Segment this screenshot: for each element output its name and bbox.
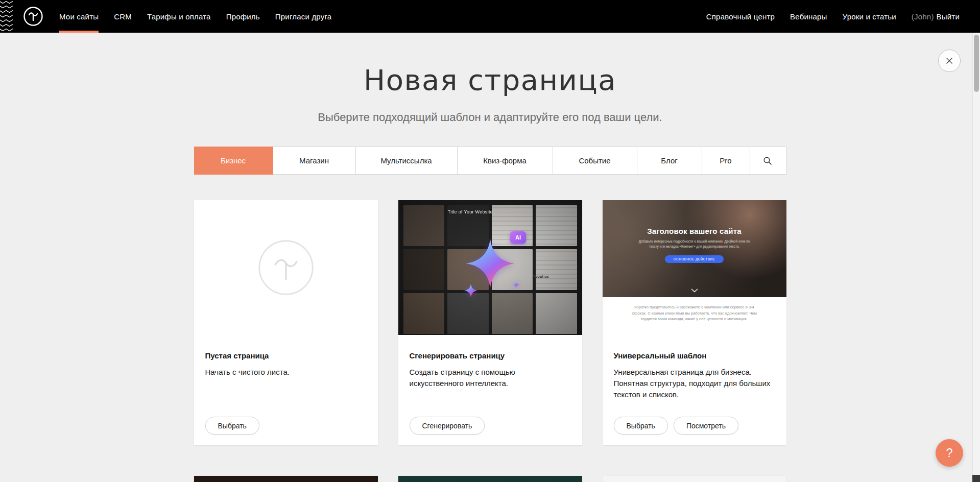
scrollbar-corner xyxy=(972,475,980,482)
user-name: (John) xyxy=(912,12,934,21)
tilda-logo-icon[interactable] xyxy=(22,6,44,27)
ai-generate-preview: Title of Your Website About us xyxy=(398,200,582,335)
template-card-partial-3[interactable] xyxy=(603,476,786,482)
scrollbar[interactable] xyxy=(972,33,980,482)
nav-logout[interactable]: (John) Выйти xyxy=(912,12,960,21)
nav-invite-friend[interactable]: Пригласи друга xyxy=(275,0,332,33)
hero-cta-button: Основное действие xyxy=(665,255,724,263)
help-button[interactable]: ? xyxy=(936,439,963,467)
top-navbar: Мои сайты CRM Тарифы и оплата Профиль Пр… xyxy=(0,0,980,33)
card-title: Универсальный шаблон xyxy=(614,351,775,360)
template-thumbnail xyxy=(194,476,378,482)
blank-page-preview xyxy=(194,200,378,335)
zigzag-pattern-decoration xyxy=(0,0,13,33)
card-universal-template: Заголовок вашего сайта Добавьте интересн… xyxy=(603,200,786,445)
choose-template-button[interactable]: Выбрать xyxy=(614,417,668,435)
card-body: Пустая страница Начать с чистого листа. … xyxy=(194,335,378,445)
tab-shop[interactable]: Магазин xyxy=(273,147,356,174)
ai-sparkle-small-icon xyxy=(464,284,477,297)
ai-sparkle-tiny-icon xyxy=(512,281,520,288)
ai-badge: AI xyxy=(510,231,526,244)
hero-heading: Заголовок вашего сайта xyxy=(647,227,742,235)
card-body: Сгенерировать страницу Создать страницу … xyxy=(398,335,582,445)
choose-blank-button[interactable]: Выбрать xyxy=(205,417,259,435)
logout-label: Выйти xyxy=(937,12,960,21)
card-description: Универсальная страница для бизнеса. Поня… xyxy=(614,367,775,400)
nav-help-center[interactable]: Справочный центр xyxy=(706,12,775,21)
template-thumbnail xyxy=(603,476,786,482)
template-card-partial-1[interactable] xyxy=(194,476,378,482)
tab-pro[interactable]: Pro xyxy=(702,147,750,174)
search-icon xyxy=(763,156,772,165)
chevron-down-icon xyxy=(691,288,698,293)
nav-lessons[interactable]: Уроки и статьи xyxy=(843,12,896,21)
page-title: Новая страница xyxy=(194,63,786,97)
tab-search[interactable] xyxy=(750,147,785,174)
tab-quiz-form[interactable]: Квиз-форма xyxy=(458,147,553,174)
template-thumbnail xyxy=(398,476,582,482)
template-body-preview: Коротко представьтесь и расскажите о ком… xyxy=(603,297,786,335)
tab-multilink[interactable]: Мультиссылка xyxy=(356,147,458,174)
template-body-text: Коротко представьтесь и расскажите о ком… xyxy=(630,304,759,335)
navbar-left-menu: Мои сайты CRM Тарифы и оплата Профиль Пр… xyxy=(59,0,331,33)
collage-title-text: Title of Your Website xyxy=(448,209,493,214)
universal-template-preview: Заголовок вашего сайта Добавьте интересн… xyxy=(603,200,786,335)
page-subtitle: Выберите подходящий шаблон и адаптируйте… xyxy=(194,111,786,124)
template-card-grid: Пустая страница Начать с чистого листа. … xyxy=(194,200,786,482)
generate-button[interactable]: Сгенерировать xyxy=(410,417,485,435)
card-title: Сгенерировать страницу xyxy=(410,351,571,360)
card-description: Создать страницу с помощью искусственног… xyxy=(410,367,571,389)
template-category-tabs: Бизнес Магазин Мультиссылка Квиз-форма С… xyxy=(194,147,786,175)
close-button[interactable] xyxy=(938,50,961,72)
card-blank-page: Пустая страница Начать с чистого листа. … xyxy=(194,200,378,445)
tab-blog[interactable]: Блог xyxy=(637,147,702,174)
tilda-watermark-icon xyxy=(257,238,315,297)
tab-business[interactable]: Бизнес xyxy=(194,147,273,175)
card-ai-generate: Title of Your Website About us xyxy=(398,200,582,445)
nav-my-sites[interactable]: Мои сайты xyxy=(59,0,99,33)
hero-subtext: Добавьте интересные подробности о вашей … xyxy=(634,239,755,249)
card-body: Универсальный шаблон Универсальная стран… xyxy=(603,335,786,445)
navbar-right-menu: Справочный центр Вебинары Уроки и статьи… xyxy=(706,0,960,33)
card-title: Пустая страница xyxy=(205,351,367,360)
nav-crm[interactable]: CRM xyxy=(114,0,132,33)
template-hero-preview: Заголовок вашего сайта Добавьте интересн… xyxy=(603,200,786,297)
ai-sparkle-icon xyxy=(466,239,515,288)
nav-webinars[interactable]: Вебинары xyxy=(790,12,827,21)
new-page-modal: Новая страница Выберите подходящий шабло… xyxy=(194,63,786,482)
template-card-partial-2[interactable] xyxy=(398,476,582,482)
preview-template-button[interactable]: Посмотреть xyxy=(674,417,738,435)
close-icon xyxy=(945,57,953,65)
card-description: Начать с чистого листа. xyxy=(205,367,367,378)
collage-about-text: About us xyxy=(532,274,549,279)
nav-tariffs[interactable]: Тарифы и оплата xyxy=(147,0,211,33)
scrollbar-thumb[interactable] xyxy=(974,35,979,92)
tab-event[interactable]: Событие xyxy=(553,147,637,174)
nav-profile[interactable]: Профиль xyxy=(226,0,260,33)
